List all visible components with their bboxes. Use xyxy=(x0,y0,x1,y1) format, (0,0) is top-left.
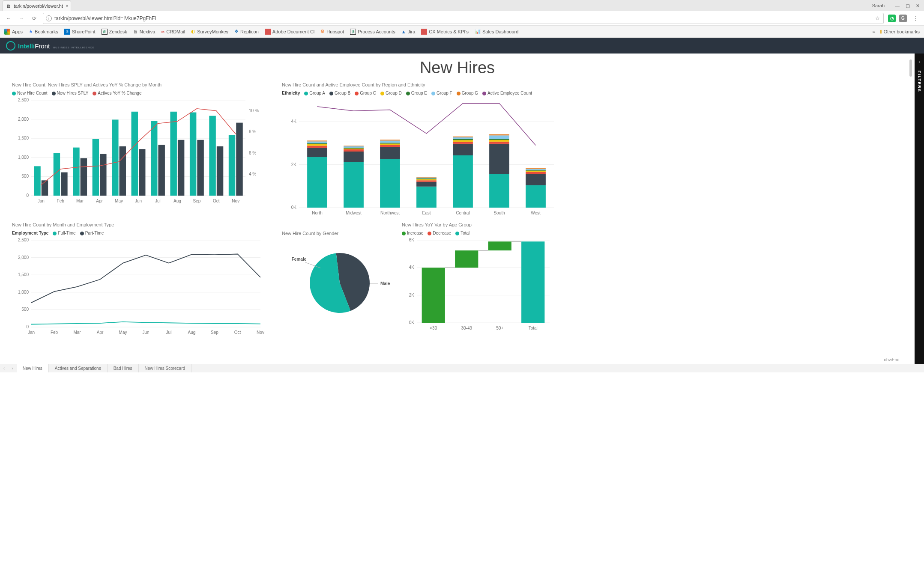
svg-rect-65 xyxy=(344,149,364,152)
back-button[interactable]: ← xyxy=(4,14,13,23)
svg-text:Mar: Mar xyxy=(76,199,84,203)
svg-rect-107 xyxy=(526,170,546,171)
bookmark-item[interactable]: ◐SurveyMonkey xyxy=(191,29,228,34)
svg-text:May: May xyxy=(115,199,123,203)
svg-rect-88 xyxy=(453,144,473,155)
apps-button[interactable]: Apps xyxy=(4,29,23,35)
filters-panel[interactable]: ‹ FILTERS xyxy=(915,54,924,364)
bookmark-item[interactable]: ∞CRDMail xyxy=(161,29,185,34)
svg-rect-109 xyxy=(526,168,546,169)
bookmark-item[interactable]: CX Metrics & KPI's xyxy=(421,29,469,35)
extension-icon[interactable]: ◔ xyxy=(888,15,896,22)
legend: New Hire Count New Hires SPLY Actives Yo… xyxy=(12,91,269,95)
svg-rect-91 xyxy=(453,139,473,140)
chevron-left-icon[interactable]: ‹ xyxy=(918,59,920,64)
forward-button: → xyxy=(17,14,26,23)
svg-text:Feb: Feb xyxy=(57,199,65,203)
bookmark-overflow[interactable]: » xyxy=(873,29,875,34)
svg-rect-28 xyxy=(112,119,118,196)
svg-text:2K: 2K xyxy=(291,162,297,167)
viz-waterfall[interactable]: New Hires YoY Var by Age Group Increase … xyxy=(402,222,556,336)
sheet-tab[interactable]: Bad Hires xyxy=(108,364,139,372)
svg-text:Aug: Aug xyxy=(173,199,181,203)
svg-rect-34 xyxy=(151,121,157,196)
sheet-next-icon[interactable]: › xyxy=(8,366,16,371)
extension-icon[interactable]: G xyxy=(899,15,907,22)
viz-gender[interactable]: New Hire Count by Gender FemaleMale xyxy=(282,222,393,336)
svg-rect-16 xyxy=(34,166,40,196)
svg-rect-101 xyxy=(489,134,509,136)
svg-rect-29 xyxy=(120,146,126,196)
chrome-user[interactable]: Sarah xyxy=(872,3,885,8)
svg-rect-40 xyxy=(190,113,196,196)
bookmark-item[interactable]: Adobe Document Cl xyxy=(265,29,314,35)
svg-rect-82 xyxy=(416,179,437,181)
svg-rect-104 xyxy=(526,174,546,185)
browser-chrome: 🗎 tarkin/powerbi/viewer.ht × Sarah — ▢ ✕… xyxy=(0,0,924,38)
svg-text:Nov: Nov xyxy=(232,199,239,203)
svg-text:1,500: 1,500 xyxy=(18,272,29,277)
app-logo[interactable]: IntelliFront BUSINESS INTELLIGENCE xyxy=(6,41,94,51)
svg-text:Sep: Sep xyxy=(193,199,200,203)
close-window-icon[interactable]: ✕ xyxy=(916,3,920,9)
svg-rect-35 xyxy=(158,145,164,196)
svg-rect-38 xyxy=(178,140,184,196)
viz-combo[interactable]: New Hire Count, New Hires SPLY and Activ… xyxy=(12,82,269,218)
svg-rect-57 xyxy=(307,146,327,148)
bookmark-item[interactable]: ▲Jira xyxy=(401,29,416,34)
scrollbar[interactable] xyxy=(909,59,912,77)
bookmark-item[interactable]: ★Bookmarks xyxy=(29,29,58,34)
svg-rect-90 xyxy=(453,140,473,142)
svg-text:50+: 50+ xyxy=(496,326,503,330)
bookmark-item[interactable]: ⚙Hubspot xyxy=(320,29,344,34)
svg-rect-95 xyxy=(489,174,509,208)
other-bookmarks[interactable]: ▮Other bookmarks xyxy=(879,29,920,34)
close-tab-icon[interactable]: × xyxy=(66,3,69,9)
minimize-icon[interactable]: — xyxy=(895,3,900,8)
svg-text:2,500: 2,500 xyxy=(18,238,29,242)
bookmark-item[interactable]: ($Zendesk xyxy=(102,29,127,35)
svg-text:6K: 6K xyxy=(409,238,415,242)
svg-text:Jan: Jan xyxy=(38,199,45,203)
maximize-icon[interactable]: ▢ xyxy=(906,3,910,9)
bookmark-item[interactable]: 🗎Nextiva xyxy=(133,29,155,34)
svg-text:Total: Total xyxy=(529,326,538,330)
svg-rect-105 xyxy=(526,172,546,174)
svg-text:1,000: 1,000 xyxy=(18,290,29,294)
browser-tab[interactable]: 🗎 tarkin/powerbi/viewer.ht × xyxy=(3,0,71,11)
svg-text:Oct: Oct xyxy=(213,199,220,203)
viz-title: New Hire Count by Gender xyxy=(282,231,393,236)
site-info-icon[interactable]: i xyxy=(46,15,52,21)
svg-rect-25 xyxy=(93,139,99,196)
bookmark-item[interactable]: ❖Replicon xyxy=(234,29,259,34)
viz-stacked[interactable]: New Hire Count and Active Employee Count… xyxy=(282,82,556,218)
sheet-tab[interactable]: New Hires Scorecard xyxy=(139,364,191,372)
svg-rect-43 xyxy=(209,116,215,196)
chart-svg: 0K2K4KNorthMidwestNorthwestEastCentralSo… xyxy=(282,98,556,218)
svg-rect-85 xyxy=(416,177,437,178)
svg-rect-97 xyxy=(489,142,509,144)
chrome-menu-icon[interactable]: ⋮ xyxy=(911,14,920,23)
bookmark-item[interactable]: SSharePoint xyxy=(64,29,95,35)
bookmark-item[interactable]: 📊Sales Dashboard xyxy=(475,29,518,34)
sheet-tab[interactable]: New Hires xyxy=(17,364,49,372)
svg-text:<30: <30 xyxy=(430,326,437,330)
url-input[interactable]: i tarkin/powerbi/viewer.html?id=IVkue7Pg… xyxy=(43,13,884,24)
svg-text:Northwest: Northwest xyxy=(380,211,400,215)
reload-button[interactable]: ⟳ xyxy=(30,14,39,23)
sheet-prev-icon[interactable]: ‹ xyxy=(0,366,8,371)
svg-text:Jul: Jul xyxy=(166,330,172,335)
svg-text:8 %: 8 % xyxy=(249,129,256,134)
viz-title: New Hire Count by Month and Employment T… xyxy=(12,222,269,227)
bookmark-item[interactable]: ($Process Accounts xyxy=(350,29,395,35)
sheet-tab[interactable]: Actives and Separations xyxy=(49,364,108,372)
svg-rect-44 xyxy=(217,146,223,196)
viz-emptype[interactable]: New Hire Count by Month and Employment T… xyxy=(12,222,269,336)
svg-rect-84 xyxy=(416,178,437,178)
filters-label: FILTERS xyxy=(917,71,921,92)
bookmark-star-icon[interactable]: ☆ xyxy=(875,15,880,21)
svg-text:4K: 4K xyxy=(409,265,415,270)
tab-strip: 🗎 tarkin/powerbi/viewer.ht × Sarah — ▢ ✕ xyxy=(0,0,924,11)
svg-rect-63 xyxy=(344,162,364,208)
svg-text:Mar: Mar xyxy=(73,330,81,335)
